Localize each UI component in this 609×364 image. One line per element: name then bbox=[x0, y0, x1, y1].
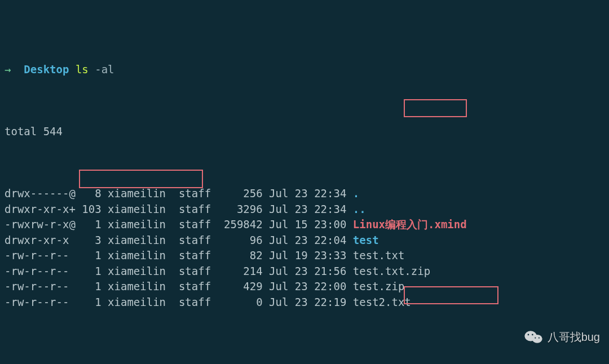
group: staff bbox=[179, 187, 211, 199]
group: staff bbox=[179, 280, 211, 292]
filename: test bbox=[353, 234, 379, 246]
user: xiameilin bbox=[108, 218, 172, 230]
command-ls: ls bbox=[76, 63, 89, 76]
links: 1 bbox=[76, 280, 102, 292]
group: staff bbox=[179, 203, 211, 215]
perm: -rw-r--r-- bbox=[5, 280, 76, 292]
ls-output-1: drwx------@ 8 xiameilin staff 256 Jul 23… bbox=[5, 186, 604, 310]
links: 3 bbox=[76, 234, 102, 246]
size: 96 bbox=[218, 234, 263, 246]
perm: -rw-r--r-- bbox=[5, 265, 76, 277]
wechat-icon bbox=[524, 329, 543, 345]
user: xiameilin bbox=[108, 296, 172, 308]
links: 103 bbox=[76, 203, 102, 215]
watermark: 八哥找bug bbox=[524, 329, 600, 345]
size: 82 bbox=[218, 249, 263, 261]
group: staff bbox=[179, 249, 211, 261]
user: xiameilin bbox=[108, 280, 172, 292]
links: 1 bbox=[76, 218, 102, 230]
svg-point-5 bbox=[538, 338, 539, 339]
svg-point-2 bbox=[527, 334, 529, 336]
group: staff bbox=[179, 234, 211, 246]
user: xiameilin bbox=[108, 234, 172, 246]
size: 259842 bbox=[218, 218, 263, 230]
watermark-text: 八哥找bug bbox=[548, 330, 600, 345]
user: xiameilin bbox=[108, 249, 172, 261]
group: staff bbox=[179, 218, 211, 230]
links: 1 bbox=[76, 265, 102, 277]
ls-row: -rw-r--r-- 1 xiameilin staff 82 Jul 19 2… bbox=[5, 248, 604, 264]
ls-row: -rwxrw-r-x@ 1 xiameilin staff 259842 Jul… bbox=[5, 217, 604, 233]
perm: drwxr-xr-x+ bbox=[5, 203, 76, 215]
date: Jul 19 23:33 bbox=[269, 249, 346, 261]
ls-row: -rw-r--r-- 1 xiameilin staff 214 Jul 23 … bbox=[5, 264, 604, 279]
group: staff bbox=[179, 265, 211, 277]
perm: -rwxrw-r-x@ bbox=[5, 218, 76, 230]
date: Jul 23 21:56 bbox=[269, 265, 346, 277]
perm: drwxr-xr-x bbox=[5, 234, 76, 246]
prompt-arrow-icon: → bbox=[5, 63, 11, 76]
user: xiameilin bbox=[108, 187, 172, 199]
prompt-cwd: Desktop bbox=[24, 63, 69, 76]
filename: Linux编程入门.xmind bbox=[353, 218, 467, 230]
ls-row: drwx------@ 8 xiameilin staff 256 Jul 23… bbox=[5, 186, 604, 202]
links: 8 bbox=[76, 187, 102, 199]
svg-point-3 bbox=[532, 334, 533, 336]
filename: . bbox=[353, 187, 359, 199]
filename: test.zip bbox=[353, 280, 405, 292]
total-line: total 544 bbox=[5, 124, 604, 140]
perm: -rw-r--r-- bbox=[5, 296, 76, 308]
size: 0 bbox=[218, 296, 263, 308]
links: 1 bbox=[76, 296, 102, 308]
size: 256 bbox=[218, 187, 263, 199]
date: Jul 23 22:34 bbox=[269, 203, 346, 215]
ls-row: drwxr-xr-x 3 xiameilin staff 96 Jul 23 2… bbox=[5, 233, 604, 248]
group: staff bbox=[179, 296, 211, 308]
perm: -rw-r--r-- bbox=[5, 249, 76, 261]
date: Jul 23 22:19 bbox=[269, 296, 346, 308]
perm: drwx------@ bbox=[5, 187, 76, 199]
date: Jul 15 23:00 bbox=[269, 218, 346, 230]
links: 1 bbox=[76, 249, 102, 261]
date: Jul 23 22:04 bbox=[269, 234, 346, 246]
user: xiameilin bbox=[108, 203, 172, 215]
command-ls-flag: -al bbox=[95, 63, 114, 76]
filename: test.txt.zip bbox=[353, 265, 430, 277]
user: xiameilin bbox=[108, 265, 172, 277]
ls-row: drwxr-xr-x+ 103 xiameilin staff 3296 Jul… bbox=[5, 202, 604, 217]
size: 214 bbox=[218, 265, 263, 277]
size: 3296 bbox=[218, 203, 263, 215]
ls-row: -rw-r--r-- 1 xiameilin staff 429 Jul 23 … bbox=[5, 279, 604, 295]
date: Jul 23 22:00 bbox=[269, 280, 346, 292]
svg-point-1 bbox=[532, 335, 542, 343]
prompt-line[interactable]: → Desktop ls -al bbox=[5, 62, 604, 78]
filename: test2.txt bbox=[353, 296, 411, 308]
terminal[interactable]: → Desktop ls -al total 544 drwx------@ 8… bbox=[0, 0, 609, 364]
filename: .. bbox=[353, 203, 366, 215]
size: 429 bbox=[218, 280, 263, 292]
date: Jul 23 22:34 bbox=[269, 187, 346, 199]
filename: test.txt bbox=[353, 249, 405, 261]
svg-point-4 bbox=[535, 338, 536, 339]
ls-row: -rw-r--r-- 1 xiameilin staff 0 Jul 23 22… bbox=[5, 295, 604, 310]
